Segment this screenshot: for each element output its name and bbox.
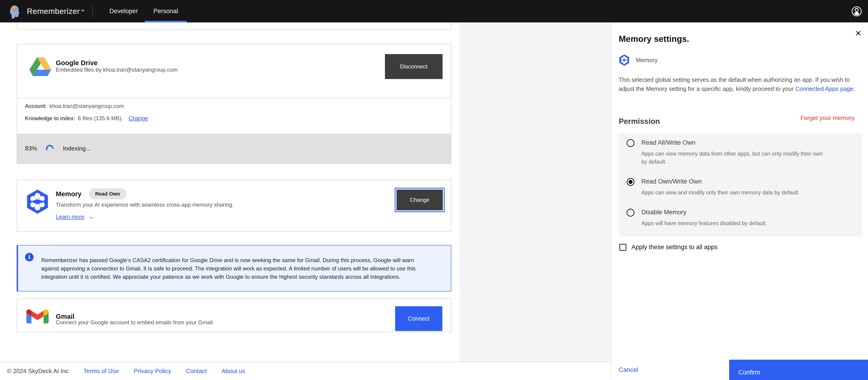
memory-hexagon-icon-small [619,54,629,66]
option-description: Apps can view memory data from other app… [641,150,829,166]
memory-permission-badge: Read Own [89,188,126,200]
memory-card: Memory Read Own Transform your AI experi… [17,180,452,232]
option-text: Disable Memory Apps will have memory fea… [641,209,767,228]
rememberizer-logo-icon [7,4,22,19]
knowledge-value: 6 files (135.6 MB). [78,115,123,122]
casa2-info-alert: i Rememberizer has passed Google’s CASA2… [17,245,452,291]
apply-all-apps-row[interactable]: Apply these settings to all apps [619,244,717,251]
google-drive-subtitle: Embedded files by khoa.tran@stanyangroup… [56,67,178,73]
google-drive-card-header: Google Drive Embedded files by khoa.tran… [17,44,451,98]
account-value: khoa.tran@stanyangroup.com [49,103,124,109]
gmail-card: Gmail Connect your Google account to emb… [17,299,452,332]
apply-all-apps-label: Apply these settings to all apps [631,244,717,251]
confirm-button[interactable]: Confirm [729,360,868,380]
option-label: Read All/Write Own [641,139,829,146]
gmail-subtitle: Connect your Google account to embed ema… [56,319,214,326]
memory-title: Memory [56,190,82,198]
knowledge-row: Knowledge to index:6 files (135.6 MB). C… [25,115,148,122]
memory-title-row: Memory Read Own [56,188,126,200]
panel-app-row: Memory [619,54,658,66]
option-description: Apps can view and modify only their own … [641,188,800,197]
change-memory-button[interactable]: Change [395,188,445,212]
learn-more-link[interactable]: Learn more [56,214,84,220]
option-text: Read All/Write Own Apps can view memory … [641,139,829,166]
forget-memory-link[interactable]: Forget your memory [800,114,855,122]
brand-name: Rememberizer [27,7,80,16]
panel-description: This selected global setting serves as t… [619,75,862,93]
memory-subtitle: Transform your AI experience with seamle… [56,202,234,208]
brand-trademark: ™ [81,9,85,14]
info-icon: i [25,253,34,262]
footer-link-about[interactable]: About us [221,368,245,375]
user-account-icon[interactable] [851,6,862,16]
disconnect-button[interactable]: Disconnect [385,54,442,79]
topbar-divider [92,6,93,16]
main-tabs: Developer Personal [102,0,187,23]
option-read-all-write-own[interactable]: Read All/Write Own Apps can view memory … [627,139,854,166]
google-drive-icon [29,57,52,77]
memory-settings-panel: Memory settings. ✕ Memory This selected … [611,23,868,380]
indexing-status: Indexing... [63,145,91,152]
memory-hexagon-icon [27,189,49,214]
change-knowledge-link[interactable]: Change [129,115,148,122]
learn-more-row: Learn more → [56,213,94,220]
footer-links: Terms of Use Privacy Policy Contact Abou… [83,368,245,375]
close-icon[interactable]: ✕ [855,29,862,37]
google-drive-title: Google Drive [56,59,98,67]
cancel-button[interactable]: Cancel [619,366,638,374]
arrow-right-icon: → [88,213,94,220]
connected-apps-link[interactable]: Connected Apps page [795,85,854,92]
tab-personal-label: Personal [153,8,178,15]
footer-link-privacy[interactable]: Privacy Policy [133,368,171,375]
app-window: Rememberizer ™ Developer Personal [0,0,868,380]
casa2-info-text: Rememberizer has passed Google’s CASA2 c… [41,256,426,281]
option-disable-memory[interactable]: Disable Memory Apps will have memory fea… [627,209,854,228]
radio-read-all-write-own[interactable] [627,139,634,147]
panel-title: Memory settings. [619,34,689,44]
copyright-text: © 2024 SkyDeck AI Inc [7,368,68,375]
panel-app-label: Memory [636,57,658,64]
main-content: Google Drive Embedded files by khoa.tran… [0,23,460,380]
knowledge-label: Knowledge to index: [25,115,75,122]
brand[interactable]: Rememberizer ™ [7,4,85,19]
account-label: Account: [25,103,46,109]
loading-spinner-icon [45,144,54,153]
option-label: Disable Memory [641,209,767,216]
option-text: Read Own/Write Own Apps can view and mod… [641,178,800,197]
tab-developer[interactable]: Developer [102,0,145,23]
radio-read-own-write-own[interactable] [627,178,634,186]
permission-section-title: Permission [619,117,660,126]
previous-card-cutoff [17,23,452,30]
radio-disable-memory[interactable] [627,209,634,216]
footer-link-contact[interactable]: Contact [186,368,207,375]
page-background [460,23,611,362]
google-drive-details: Account:khoa.tran@stanyangroup.com Knowl… [17,98,451,133]
top-navigation-bar: Rememberizer ™ Developer Personal [0,0,868,23]
apply-all-apps-checkbox[interactable] [619,244,626,251]
tab-developer-label: Developer [109,8,138,15]
footer-link-terms[interactable]: Terms of Use [83,368,119,375]
indexing-progress-strip: 83% Indexing... [17,134,451,164]
google-drive-card: Google Drive Embedded files by khoa.tran… [17,44,452,164]
account-row: Account:khoa.tran@stanyangroup.com [25,103,124,109]
indexing-percent: 83% [25,145,37,152]
option-label: Read Own/Write Own [641,178,800,185]
option-read-own-write-own[interactable]: Read Own/Write Own Apps can view and mod… [627,178,854,197]
permission-options-panel: Read All/Write Own Apps can view memory … [619,133,862,237]
gmail-icon [26,307,49,324]
option-description: Apps will have memory features disabled … [641,219,767,228]
panel-description-period: . [854,85,855,92]
connect-gmail-button[interactable]: Connect [395,306,442,331]
page-footer: © 2024 SkyDeck AI Inc Terms of Use Priva… [0,362,611,380]
tab-personal[interactable]: Personal [145,0,187,23]
